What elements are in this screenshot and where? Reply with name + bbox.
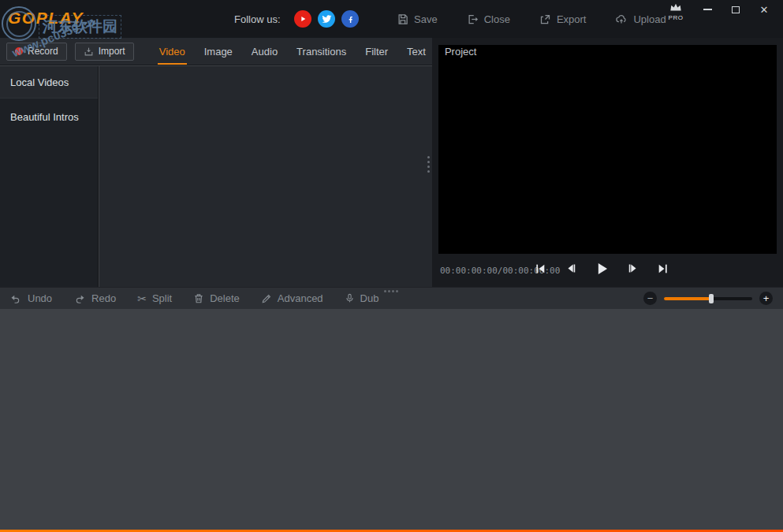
import-label: Import (99, 46, 125, 57)
sidebar-item-beautiful-intros[interactable]: Beautiful Intros (0, 99, 98, 135)
minimize-icon (703, 9, 712, 10)
video-preview (438, 45, 777, 254)
skip-start-icon (534, 262, 546, 277)
toolbar-resize-handle[interactable] (382, 288, 400, 294)
timeline-toolbar: Undo Redo ✂ Split Delete (0, 287, 783, 309)
tab-video[interactable]: Video (150, 38, 195, 65)
tab-audio[interactable]: Audio (242, 38, 287, 65)
tab-image[interactable]: Image (195, 38, 242, 65)
media-tabs: Video Image Audio Transitions Filter Tex… (150, 38, 487, 65)
record-dot-icon (15, 47, 23, 55)
maximize-icon (732, 6, 740, 13)
maximize-button[interactable] (721, 0, 750, 19)
zoom-in-button[interactable]: + (759, 292, 773, 305)
app-logo: GOPLAY (8, 9, 84, 28)
playback-controls: 00:00:00:00/00:00:00:00 (432, 254, 783, 287)
zoom-slider-handle[interactable] (709, 294, 714, 303)
save-label: Save (414, 13, 438, 25)
undo-button[interactable]: Undo (9, 292, 52, 304)
social-links (294, 10, 359, 28)
project-actions: Save Close Export Upload (397, 0, 695, 38)
record-label: Record (28, 46, 58, 57)
media-library-panel[interactable] (99, 66, 432, 287)
pencil-icon (261, 293, 272, 304)
dub-button[interactable]: Dub (345, 292, 379, 304)
step-back-button[interactable] (559, 258, 583, 281)
trash-icon (193, 292, 204, 304)
delete-label: Delete (210, 292, 240, 304)
playback-buttons (528, 258, 675, 281)
play-button[interactable] (590, 258, 613, 281)
media-toolbar: Record Import Video Image Audio Transiti… (0, 38, 432, 65)
dub-label: Dub (360, 292, 379, 304)
timeline-area[interactable] (0, 309, 783, 530)
save-button[interactable]: Save (397, 13, 438, 25)
advanced-button[interactable]: Advanced (261, 292, 323, 304)
redo-icon (73, 293, 86, 304)
skip-start-button[interactable] (528, 258, 552, 281)
redo-label: Redo (91, 292, 116, 304)
undo-label: Undo (28, 292, 52, 304)
save-icon (397, 13, 408, 25)
twitter-icon[interactable] (318, 10, 335, 28)
zoom-out-icon: − (647, 293, 654, 303)
step-forward-button[interactable] (621, 258, 644, 281)
undo-icon (9, 293, 22, 304)
youtube-icon[interactable] (294, 10, 311, 28)
zoom-slider-fill (664, 297, 711, 300)
tab-filter[interactable]: Filter (356, 38, 397, 65)
window-controls: ✕ (693, 0, 778, 19)
export-button[interactable]: Export (539, 13, 587, 25)
tab-project[interactable]: Project (435, 38, 486, 65)
close-project-label: Close (484, 13, 510, 25)
close-project-icon (467, 13, 479, 25)
pro-label: PRO (665, 15, 687, 21)
advanced-label: Advanced (278, 292, 323, 304)
record-button[interactable]: Record (6, 43, 67, 61)
redo-button[interactable]: Redo (73, 292, 116, 304)
tab-transitions[interactable]: Transitions (287, 38, 356, 65)
upload-button[interactable]: Upload (615, 13, 666, 25)
timeline-zoom-control: − + (643, 288, 773, 309)
upload-cloud-icon (615, 13, 628, 25)
split-button[interactable]: ✂ Split (137, 292, 172, 304)
category-sidebar: Local Videos Beautiful Intros (0, 66, 99, 287)
sidebar-item-local-videos[interactable]: Local Videos (0, 66, 98, 99)
zoom-in-icon: + (763, 293, 770, 303)
zoom-out-button[interactable]: − (643, 292, 657, 305)
skip-end-button[interactable] (651, 258, 675, 281)
facebook-icon[interactable] (341, 10, 359, 28)
preview-panel: 00:00:00:00/00:00:00:00 (432, 38, 783, 287)
play-icon (594, 261, 610, 279)
crown-icon (669, 1, 682, 14)
delete-button[interactable]: Delete (193, 292, 240, 304)
timeline-buttons: Undo Redo ✂ Split Delete (9, 288, 378, 309)
close-icon: ✕ (760, 4, 769, 16)
step-forward-icon (627, 262, 639, 277)
import-icon (84, 47, 94, 57)
follow-us-label: Follow us: (234, 13, 281, 25)
scissors-icon: ✂ (137, 293, 147, 304)
close-button[interactable]: ✕ (750, 0, 778, 19)
split-label: Split (152, 292, 172, 304)
skip-end-icon (657, 262, 669, 277)
tab-text[interactable]: Text (397, 38, 435, 65)
microphone-icon (345, 292, 355, 304)
pro-badge[interactable]: PRO (665, 2, 687, 21)
export-label: Export (557, 13, 587, 25)
export-icon (539, 13, 551, 25)
goplay-app-window: GOPLAY Follow us: Save (0, 0, 783, 532)
upload-label: Upload (633, 13, 666, 25)
close-project-button[interactable]: Close (467, 13, 510, 25)
minimize-button[interactable] (693, 0, 721, 19)
panel-resize-handle[interactable] (426, 154, 431, 174)
import-button[interactable]: Import (75, 43, 134, 61)
step-back-icon (565, 262, 577, 277)
zoom-slider[interactable] (664, 297, 752, 300)
title-bar: GOPLAY Follow us: Save (0, 0, 783, 38)
